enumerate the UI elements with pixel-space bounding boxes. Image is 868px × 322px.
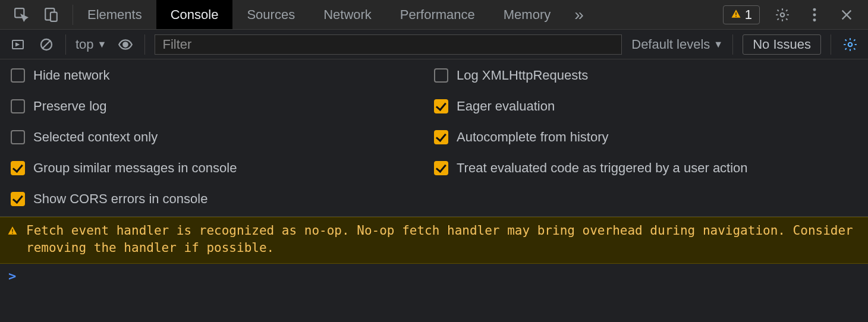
option-label: Group similar messages in console	[33, 160, 237, 176]
svg-rect-4	[735, 15, 737, 17]
inspect-element-icon[interactable]	[12, 5, 31, 24]
warning-count-badge[interactable]: 1	[723, 5, 760, 24]
option-label: Preserve log	[33, 99, 107, 114]
svg-rect-13	[12, 229, 13, 232]
device-toolbar-icon[interactable]	[42, 5, 61, 24]
tabs-overflow-icon[interactable]: »	[565, 0, 593, 29]
option-log-xhr[interactable]: Log XMLHttpRequests	[434, 68, 857, 83]
tab-label: Memory	[504, 7, 551, 23]
tab-label: Elements	[87, 7, 142, 23]
log-levels-dropdown[interactable]: Default levels ▼	[631, 37, 723, 52]
console-toolbar: top ▼ Default levels ▼ No Issues	[0, 30, 868, 59]
svg-point-12	[848, 42, 853, 46]
option-hide-network[interactable]: Hide network	[11, 68, 434, 83]
option-show-cors[interactable]: Show CORS errors in console	[11, 191, 434, 207]
console-settings-gear-icon[interactable]	[841, 35, 860, 54]
svg-point-6	[813, 8, 816, 11]
option-autocomplete-history[interactable]: Autocomplete from history	[434, 130, 857, 145]
checkbox[interactable]	[11, 99, 25, 113]
option-selected-context[interactable]: Selected context only	[11, 130, 434, 145]
console-warning-message[interactable]: Fetch event handler is recognized as no-…	[0, 217, 868, 264]
divider	[65, 34, 66, 55]
kebab-menu-icon[interactable]	[805, 5, 824, 24]
option-label: Show CORS errors in console	[33, 191, 207, 207]
toggle-sidebar-icon[interactable]	[8, 35, 27, 54]
close-icon[interactable]	[837, 5, 856, 24]
warning-text: Fetch event handler is recognized as no-…	[26, 222, 861, 257]
option-group-similar[interactable]: Group similar messages in console	[11, 160, 434, 176]
tab-label: Console	[171, 7, 219, 23]
warning-triangle-icon	[731, 7, 741, 23]
settings-gear-icon[interactable]	[773, 5, 792, 24]
checkbox[interactable]	[11, 161, 25, 175]
tab-label: Network	[323, 7, 372, 23]
svg-point-8	[813, 18, 816, 21]
console-settings-panel: Hide network Log XMLHttpRequests Preserv…	[0, 59, 868, 217]
tab-network[interactable]: Network	[309, 0, 386, 29]
svg-rect-14	[12, 233, 13, 234]
option-label: Autocomplete from history	[457, 130, 609, 145]
console-prompt[interactable]: >	[0, 264, 868, 288]
issues-button[interactable]: No Issues	[743, 34, 821, 55]
divider	[144, 34, 145, 55]
option-eager-eval[interactable]: Eager evaluation	[434, 99, 857, 114]
tab-sources[interactable]: Sources	[232, 0, 309, 29]
tab-console[interactable]: Console	[156, 0, 233, 29]
clear-console-icon[interactable]	[37, 35, 56, 54]
issues-label: No Issues	[753, 37, 811, 52]
tab-label: Performance	[400, 7, 475, 23]
option-label: Eager evaluation	[457, 99, 555, 114]
levels-label: Default levels	[631, 37, 710, 52]
checkbox[interactable]	[11, 192, 25, 206]
option-label: Log XMLHttpRequests	[457, 68, 588, 83]
chevron-down-icon: ▼	[98, 39, 107, 50]
option-preserve-log[interactable]: Preserve log	[11, 99, 434, 114]
svg-point-5	[781, 12, 785, 17]
tab-label: Sources	[247, 7, 295, 23]
svg-rect-2	[51, 12, 57, 21]
checkbox[interactable]	[434, 130, 448, 144]
checkbox[interactable]	[434, 161, 448, 175]
option-label: Hide network	[33, 68, 109, 83]
option-label: Treat evaluated code as triggered by a u…	[457, 160, 748, 176]
execution-context-dropdown[interactable]: top ▼	[76, 37, 106, 52]
checkbox[interactable]	[434, 99, 448, 113]
tab-performance[interactable]: Performance	[386, 0, 489, 29]
option-treat-user-action[interactable]: Treat evaluated code as triggered by a u…	[434, 160, 857, 176]
divider	[732, 34, 733, 55]
checkbox[interactable]	[434, 68, 448, 83]
svg-rect-3	[735, 12, 737, 15]
devtools-tabbar: Elements Console Sources Network Perform…	[0, 0, 868, 30]
chevron-down-icon: ▼	[713, 39, 723, 50]
svg-point-7	[813, 13, 816, 16]
svg-point-11	[124, 42, 128, 47]
warning-triangle-icon	[7, 222, 18, 257]
filter-input[interactable]	[155, 34, 622, 55]
tab-memory[interactable]: Memory	[489, 0, 565, 29]
prompt-chevron-icon: >	[8, 269, 16, 283]
divider	[831, 34, 831, 55]
checkbox[interactable]	[11, 130, 25, 144]
warning-count: 1	[745, 7, 752, 23]
checkbox[interactable]	[11, 68, 25, 83]
tab-elements[interactable]: Elements	[73, 0, 156, 29]
option-label: Selected context only	[33, 130, 158, 145]
context-label: top	[76, 37, 94, 52]
live-expression-icon[interactable]	[116, 35, 135, 54]
